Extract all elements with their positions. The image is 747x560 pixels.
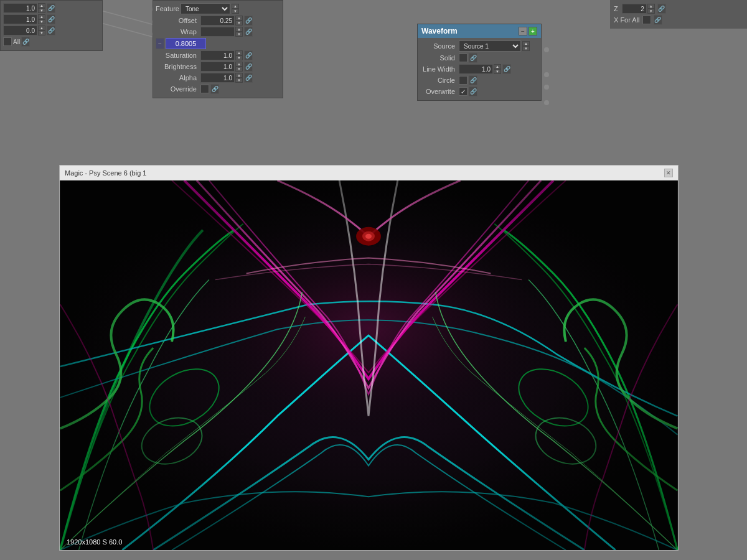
svg-line-0	[96, 9, 154, 25]
left-value-3[interactable]: 0.0	[3, 26, 37, 35]
down-arrow[interactable]: ▼	[38, 8, 45, 13]
brightness-spinner[interactable]: ▲ ▼	[235, 62, 243, 72]
waveform-add-btn[interactable]: +	[529, 27, 537, 35]
chain-btn-3[interactable]: 🔗	[47, 26, 55, 35]
wrap-chain[interactable]: 🔗	[244, 27, 253, 37]
up-arrow-3[interactable]: ▲	[38, 26, 45, 30]
source-spinner[interactable]: ▲ ▼	[522, 41, 530, 51]
lw-up[interactable]: ▲	[494, 64, 501, 69]
waveform-panel: Waveform − + Source Source 1 Source 2 ▲ …	[417, 24, 542, 101]
sat-up[interactable]: ▲	[235, 50, 243, 55]
feature-dropdown[interactable]: Tone Bass Mid High	[181, 3, 230, 14]
waveform-title: Waveform	[421, 27, 458, 35]
offset-value[interactable]	[200, 16, 235, 26]
alpha-down[interactable]: ▼	[235, 78, 243, 83]
alpha-spinner[interactable]: ▲ ▼	[235, 73, 243, 83]
brightness-label: Brightness	[156, 63, 199, 70]
z-value[interactable]	[622, 4, 647, 14]
line-width-label: Line Width	[420, 65, 458, 73]
saturation-spinner[interactable]: ▲ ▼	[235, 50, 243, 60]
z-spinner[interactable]: ▲ ▼	[647, 4, 655, 14]
lw-chain[interactable]: 🔗	[502, 64, 511, 74]
override-chain[interactable]: 🔗	[210, 84, 219, 94]
waveform-minimize-btn[interactable]: −	[519, 27, 527, 35]
source-label: Source	[420, 42, 458, 50]
brightness-value[interactable]	[200, 62, 235, 72]
bright-chain[interactable]: 🔗	[244, 62, 253, 72]
left-spinner-3[interactable]: ▲ ▼	[38, 26, 45, 35]
bright-down[interactable]: ▼	[235, 67, 243, 72]
offset-chain[interactable]: 🔗	[244, 16, 253, 26]
svg-point-9	[544, 72, 549, 77]
up-arrow-2[interactable]: ▲	[38, 14, 45, 19]
z-chain[interactable]: 🔗	[657, 4, 666, 14]
feature-spinner[interactable]: ▲ ▼	[232, 4, 239, 14]
override-checkbox[interactable]	[200, 85, 209, 93]
alpha-value[interactable]	[200, 73, 235, 83]
alpha-chain[interactable]: 🔗	[244, 73, 253, 83]
offset-up[interactable]: ▲	[235, 16, 243, 21]
preview-info: 1920x1080 S 60.0	[65, 538, 124, 546]
feature-up[interactable]: ▲	[232, 4, 239, 9]
chain-btn-all[interactable]: 🔗	[21, 37, 30, 47]
chain-btn-2[interactable]: 🔗	[47, 14, 55, 24]
blue-value-row: −	[156, 38, 280, 49]
source-dropdown[interactable]: Source 1 Source 2	[459, 40, 521, 52]
wrap-up[interactable]: ▲	[235, 27, 243, 32]
x-for-all-checkbox[interactable]	[642, 16, 651, 24]
left-value-1[interactable]: 1.0	[3, 3, 37, 13]
wrap-row: Wrap ▲ ▼ 🔗	[156, 27, 280, 37]
feature-row: Feature Tone Bass Mid High ▲ ▼	[156, 3, 280, 14]
left-panel: 1.0 ▲ ▼ 🔗 1.0 ▲ ▼ 🔗 0.0 ▲ ▼ 🔗 A	[0, 0, 103, 51]
solid-chain[interactable]: 🔗	[469, 53, 477, 63]
down-arrow-2[interactable]: ▼	[38, 19, 45, 24]
up-arrow[interactable]: ▲	[38, 3, 45, 8]
line-width-spinner[interactable]: ▲ ▼	[494, 64, 501, 74]
left-spinner-1[interactable]: ▲ ▼	[38, 3, 45, 13]
preview-content: 1920x1080 S 60.0	[60, 180, 678, 550]
wrap-label: Wrap	[156, 28, 199, 35]
left-row-all: All 🔗	[3, 37, 100, 47]
left-spinner-2[interactable]: ▲ ▼	[38, 14, 45, 24]
z-down[interactable]: ▼	[647, 9, 655, 14]
down-arrow-3[interactable]: ▼	[38, 30, 45, 35]
top-right-panel: Z ▲ ▼ 🔗 X For All 🔗	[610, 0, 747, 29]
wrap-spinner[interactable]: ▲ ▼	[235, 27, 243, 37]
minus-btn[interactable]: −	[156, 38, 164, 49]
preview-title: Magic - Psy Scene 6 (big 1	[65, 169, 146, 177]
alpha-up[interactable]: ▲	[235, 73, 243, 78]
solid-checkbox[interactable]	[459, 54, 467, 62]
src-down[interactable]: ▼	[522, 46, 530, 51]
wrap-value[interactable]	[200, 27, 235, 37]
saturation-value[interactable]	[200, 50, 235, 60]
offset-row: Offset ▲ ▼ 🔗	[156, 16, 280, 26]
left-row-1: 1.0 ▲ ▼ 🔗	[3, 3, 100, 13]
overwrite-checkbox[interactable]	[459, 87, 467, 96]
overwrite-chain[interactable]: 🔗	[469, 86, 477, 96]
src-up[interactable]: ▲	[522, 41, 530, 46]
x-for-all-chain[interactable]: 🔗	[654, 15, 662, 25]
circle-checkbox[interactable]	[459, 76, 467, 85]
blue-value-input[interactable]	[166, 38, 206, 49]
line-width-value[interactable]	[459, 64, 493, 74]
lw-down[interactable]: ▼	[494, 69, 501, 74]
sat-down[interactable]: ▼	[235, 55, 243, 60]
line-width-row: Line Width ▲ ▼ 🔗	[420, 64, 538, 74]
z-up[interactable]: ▲	[647, 4, 655, 9]
offset-down[interactable]: ▼	[235, 21, 243, 26]
close-button[interactable]: ✕	[664, 169, 673, 177]
svg-point-10	[544, 85, 549, 90]
all-checkbox[interactable]	[3, 37, 12, 46]
alpha-row: Alpha ▲ ▼ 🔗	[156, 73, 280, 83]
circle-row: Circle 🔗	[420, 75, 538, 85]
feature-down[interactable]: ▼	[232, 9, 239, 14]
offset-spinner[interactable]: ▲ ▼	[235, 16, 243, 26]
bright-up[interactable]: ▲	[235, 62, 243, 67]
left-value-2[interactable]: 1.0	[3, 14, 37, 24]
chain-btn-1[interactable]: 🔗	[47, 3, 55, 13]
center-panel: Feature Tone Bass Mid High ▲ ▼ Offset ▲ …	[153, 0, 283, 98]
wrap-down[interactable]: ▼	[235, 32, 243, 37]
circle-chain[interactable]: 🔗	[469, 75, 477, 85]
source-row: Source Source 1 Source 2 ▲ ▼	[420, 40, 538, 52]
sat-chain[interactable]: 🔗	[244, 50, 253, 60]
